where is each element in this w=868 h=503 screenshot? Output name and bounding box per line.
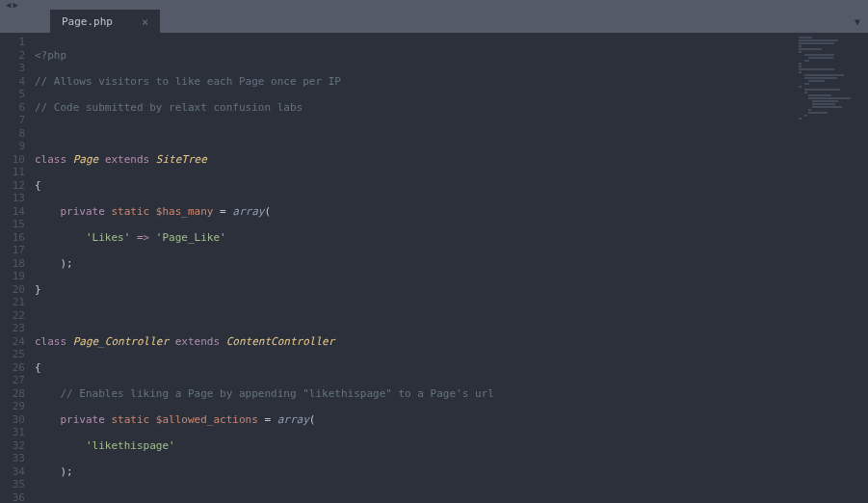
line-number: 28	[0, 387, 25, 401]
line-number: 26	[0, 361, 25, 375]
code-token: <?php	[35, 49, 66, 62]
top-bar: ◀ ▶	[0, 0, 868, 10]
line-number: 14	[0, 205, 25, 219]
close-icon[interactable]: ×	[142, 15, 148, 29]
nav-forward-icon[interactable]: ▶	[13, 0, 17, 10]
line-number: 36	[0, 491, 25, 504]
line-number: 31	[0, 426, 25, 439]
line-number: 13	[0, 192, 25, 205]
code-comment: // Code submitted by relaxt confusion la…	[35, 101, 302, 114]
line-number: 5	[0, 88, 25, 101]
line-number: 1	[0, 36, 25, 49]
dropdown-icon[interactable]: ▼	[855, 16, 860, 27]
line-number: 29	[0, 400, 25, 413]
tab-filename: Page.php	[62, 15, 113, 28]
tab-spacer	[0, 10, 50, 33]
line-number: 8	[0, 127, 25, 141]
line-number: 17	[0, 244, 25, 257]
line-number: 16	[0, 231, 25, 245]
line-number: 3	[0, 62, 25, 75]
line-number: 6	[0, 101, 25, 115]
line-number: 12	[0, 179, 25, 193]
line-number: 11	[0, 166, 25, 179]
line-number: 19	[0, 270, 25, 283]
nav-back-icon[interactable]: ◀	[6, 0, 11, 10]
line-number: 24	[0, 335, 25, 349]
tab-bar: Page.php × ▼	[0, 10, 868, 33]
line-number: 27	[0, 374, 25, 387]
code-comment: // Allows visitors to like each Page onc…	[35, 75, 341, 88]
line-number: 10	[0, 153, 25, 167]
tab-page-php[interactable]: Page.php ×	[50, 10, 160, 33]
code-area[interactable]: <?php // Allows visitors to like each Pa…	[35, 33, 868, 503]
line-number: 32	[0, 439, 25, 453]
line-number: 2	[0, 49, 25, 63]
line-number: 15	[0, 218, 25, 231]
line-number: 18	[0, 257, 25, 271]
line-number: 9	[0, 140, 25, 153]
gutter: 1234567891011121314151617181920212223242…	[0, 33, 35, 503]
line-number: 4	[0, 75, 25, 89]
line-number: 7	[0, 114, 25, 127]
tab-rest: ▼	[160, 10, 868, 33]
line-number: 21	[0, 296, 25, 309]
line-number: 35	[0, 478, 25, 491]
nav-arrows: ◀ ▶	[6, 0, 18, 10]
line-number: 22	[0, 309, 25, 323]
line-number: 34	[0, 465, 25, 479]
line-number: 30	[0, 413, 25, 427]
editor: 1234567891011121314151617181920212223242…	[0, 33, 868, 503]
line-number: 33	[0, 452, 25, 465]
line-number: 23	[0, 322, 25, 335]
line-number: 25	[0, 348, 25, 361]
line-number: 20	[0, 283, 25, 297]
